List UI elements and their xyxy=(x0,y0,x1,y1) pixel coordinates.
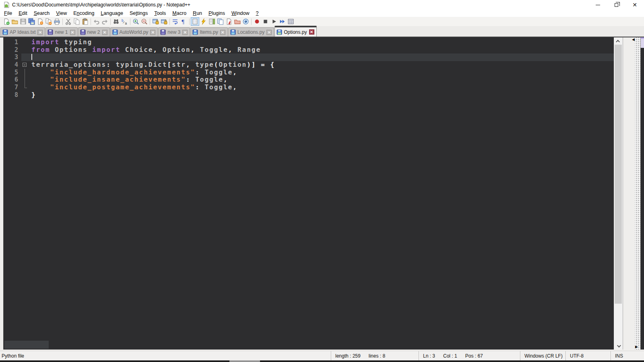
find-icon[interactable] xyxy=(112,17,120,26)
word-wrap-icon[interactable] xyxy=(171,17,180,26)
document-map-icon[interactable] xyxy=(208,17,216,26)
macro-stop-icon[interactable] xyxy=(261,17,270,26)
scroll-down-arrow-icon[interactable] xyxy=(614,342,623,350)
tab-new-1[interactable]: new 1✕ xyxy=(45,27,77,37)
copy-icon[interactable] xyxy=(72,17,81,26)
menu-item-settings[interactable]: Settings xyxy=(126,10,151,16)
save-icon[interactable] xyxy=(19,17,27,26)
floppy-save-icon xyxy=(230,29,236,35)
code-line-7[interactable]: 7 "include_postgame_achievements": Toggl… xyxy=(4,84,614,91)
status-length: length : 259 xyxy=(335,353,361,359)
menu-item-file[interactable]: File xyxy=(1,10,15,16)
macro-save-icon[interactable] xyxy=(287,17,295,26)
tab-close-icon[interactable]: ✕ xyxy=(37,30,43,35)
zoom-out-icon[interactable] xyxy=(140,17,149,26)
code-editor[interactable]: 1import typing2from Options import Choic… xyxy=(3,37,614,350)
sync-vertical-scroll-icon[interactable] xyxy=(151,17,160,26)
macro-play-icon[interactable] xyxy=(270,17,278,26)
code-line-6[interactable]: 6 "include_insane_achievements": Toggle, xyxy=(4,76,614,84)
replace-icon[interactable]: ba xyxy=(120,17,129,26)
show-all-characters-icon[interactable]: ¶ xyxy=(180,17,188,26)
tab-label: new 2 xyxy=(87,29,100,35)
tab-bar: AP Ideas.txt✕new 1✕new 2✕AutoWorld.py✕ne… xyxy=(0,27,644,37)
paste-icon[interactable] xyxy=(81,17,89,26)
fold-collapse-icon[interactable] xyxy=(21,61,29,69)
close-all-icon[interactable] xyxy=(44,17,53,26)
cut-icon[interactable] xyxy=(64,17,72,26)
tab-close-icon[interactable]: ✕ xyxy=(102,30,107,35)
view-splitter[interactable]: ◀ ▶ xyxy=(635,37,640,350)
code-line-1[interactable]: 1import typing xyxy=(4,39,614,46)
chevron-up-icon xyxy=(616,39,620,43)
macro-run-multiple-icon[interactable] xyxy=(278,17,287,26)
file-monitoring-icon[interactable] xyxy=(225,17,233,26)
secondary-view-tab-partial[interactable] xyxy=(640,37,644,48)
horizontal-scrollbar[interactable] xyxy=(4,341,125,349)
code-line-4[interactable]: 4terraria_options: typing.Dict[str, type… xyxy=(4,61,614,69)
tab-new-3[interactable]: new 3✕ xyxy=(158,27,190,37)
status-encoding[interactable]: UTF-8 xyxy=(566,351,611,360)
tab-label: new 3 xyxy=(167,29,180,35)
tab-autoworld-py[interactable]: AutoWorld.py✕ xyxy=(110,27,158,37)
menu-item-edit[interactable]: Edit xyxy=(15,10,31,16)
document-switcher-icon[interactable] xyxy=(216,17,225,26)
status-insert-mode[interactable]: INS xyxy=(611,351,644,360)
macro-record-icon[interactable] xyxy=(253,17,261,26)
tab-scroll-left-icon[interactable]: ◀ xyxy=(632,37,635,41)
vertical-scrollbar-track[interactable] xyxy=(614,45,623,342)
open-file-icon[interactable] xyxy=(10,17,19,26)
menu-item-macro[interactable]: Macro xyxy=(169,10,190,16)
notepadpp-window: C:\Users\Dood\Documents\tmp\Archipelago\… xyxy=(0,0,644,362)
new-file-icon[interactable] xyxy=(2,17,10,26)
undo-icon[interactable] xyxy=(92,17,101,26)
tab-new-2[interactable]: new 2✕ xyxy=(78,27,110,37)
open-folder-icon[interactable] xyxy=(233,17,242,26)
toolbar-separator xyxy=(62,19,63,25)
floppy-save-icon xyxy=(160,29,166,35)
tab-close-icon[interactable]: ✕ xyxy=(309,29,314,35)
tab-items-py[interactable]: Items.py✕ xyxy=(190,27,227,37)
tab-locations-py[interactable]: Locations.py✕ xyxy=(228,27,274,37)
tab-close-icon[interactable]: ✕ xyxy=(220,30,225,35)
print-icon[interactable] xyxy=(53,17,61,26)
horizontal-scrollbar-thumb[interactable] xyxy=(4,341,49,349)
function-list-icon[interactable] xyxy=(199,17,208,26)
scroll-up-arrow-icon[interactable] xyxy=(614,37,623,45)
tab-close-icon[interactable]: ✕ xyxy=(150,30,155,35)
tab-label: AutoWorld.py xyxy=(120,29,149,35)
close-button[interactable]: ✕ xyxy=(625,0,644,10)
vertical-scrollbar-thumb[interactable] xyxy=(615,45,622,304)
menu-item-window[interactable]: Window xyxy=(228,10,252,16)
minimize-button[interactable] xyxy=(588,0,607,10)
floppy-save-icon xyxy=(112,29,118,35)
tab-options-py[interactable]: Options.py✕ xyxy=(275,26,316,37)
vertical-scrollbar[interactable] xyxy=(614,37,623,350)
indent-guide-icon[interactable] xyxy=(191,17,199,26)
code-line-5[interactable]: 5 "include_hardmode_achievements": Toggl… xyxy=(4,69,614,76)
menu-item-search[interactable]: Search xyxy=(31,10,53,16)
code-text: from Options import Choice, Option, Togg… xyxy=(29,46,261,54)
sync-horizontal-scroll-icon[interactable] xyxy=(160,17,168,26)
menu-item-view[interactable]: View xyxy=(53,10,70,16)
menu-item-encoding[interactable]: Encoding xyxy=(70,10,97,16)
tab-close-icon[interactable]: ✕ xyxy=(182,30,188,35)
status-eol-format[interactable]: Windows (CR LF) xyxy=(520,351,566,360)
code-line-3[interactable]: 3 xyxy=(4,53,614,61)
view-eye-icon[interactable] xyxy=(242,17,250,26)
save-all-icon[interactable] xyxy=(27,17,36,26)
close-file-icon[interactable] xyxy=(36,17,44,26)
tab-ap-ideas-txt[interactable]: AP Ideas.txt✕ xyxy=(0,27,45,37)
tab-close-icon[interactable]: ✕ xyxy=(266,30,272,35)
tab-scroll-right-icon[interactable]: ▶ xyxy=(635,345,638,349)
menu-item-run[interactable]: Run xyxy=(190,10,205,16)
zoom-in-icon[interactable] xyxy=(132,17,140,26)
tab-close-icon[interactable]: ✕ xyxy=(70,30,75,35)
menu-item-plugins[interactable]: Plugins xyxy=(205,10,228,16)
menu-item-tools[interactable]: Tools xyxy=(151,10,169,16)
redo-icon[interactable] xyxy=(101,17,109,26)
code-line-8[interactable]: 8} xyxy=(4,91,614,99)
menu-item-[interactable]: ? xyxy=(253,10,262,16)
menu-item-language[interactable]: Language xyxy=(97,10,126,16)
code-line-2[interactable]: 2from Options import Choice, Option, Tog… xyxy=(4,46,614,54)
restore-button[interactable] xyxy=(607,0,625,10)
